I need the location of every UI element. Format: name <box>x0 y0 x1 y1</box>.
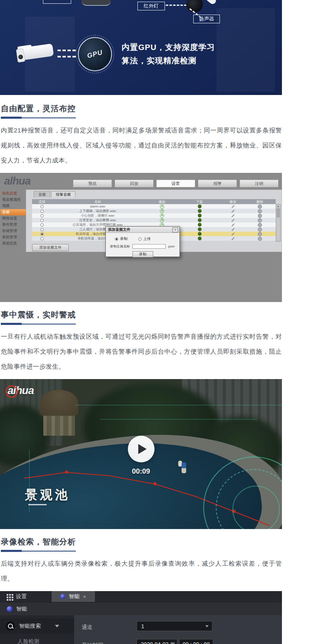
edit-icon[interactable] <box>231 223 234 227</box>
play-icon[interactable] <box>160 205 164 209</box>
row-radio[interactable] <box>40 205 44 208</box>
gpu-chip-badge: GPU <box>76 35 114 73</box>
delete-icon[interactable] <box>258 223 262 227</box>
record-submit-button[interactable]: 录制 <box>132 251 153 257</box>
nav-alarm-button[interactable]: 报警 <box>198 180 237 187</box>
table-scrollbar[interactable]: ▲ <box>276 204 281 242</box>
row-radio-selected[interactable] <box>40 232 44 236</box>
scrollbar-thumb[interactable] <box>277 208 280 217</box>
format-suffix: pcm <box>168 245 174 248</box>
tab-alarm-audio[interactable]: 报警音频 <box>51 191 75 197</box>
col-name: 名称 <box>52 200 143 204</box>
nav-setup-button[interactable]: 设置 <box>156 180 195 187</box>
section-flexible-config: 自由配置，灵活布控 内置21种报警语音，还可自定义语音，同时满足多场景警戒语音需… <box>0 103 282 168</box>
table-row[interactable]: 小心台阶，请慢行.wav <box>32 213 276 218</box>
download-icon[interactable] <box>198 209 202 213</box>
start-time-input[interactable]: 00 : 00 : 00 <box>179 639 213 644</box>
row-radio[interactable] <box>40 228 44 231</box>
demo-video-player[interactable]: alhua 00:09 景观池 <box>0 379 282 529</box>
col-select: 选择 <box>32 200 52 204</box>
sidebar-item-system[interactable]: 系统管理 <box>2 234 26 240</box>
download-icon[interactable] <box>198 237 202 240</box>
row-radio[interactable] <box>40 223 44 227</box>
add-audio-file-button[interactable]: 添加音频文件 <box>32 244 69 251</box>
delete-icon[interactable] <box>258 218 262 222</box>
search-icon <box>6 622 15 631</box>
nav-playback-button[interactable]: 回放 <box>115 180 154 187</box>
sidebar-item-event[interactable]: 事件管理 <box>2 222 26 228</box>
section-heading: 录像检索，智能分析 <box>1 537 282 547</box>
sidebar-item-video[interactable]: 视频 <box>2 203 26 209</box>
download-icon[interactable] <box>198 205 202 208</box>
sidebar-item-network[interactable]: 网络设置 <box>2 215 26 222</box>
start-date-input[interactable]: 2020-04-02 ▦ <box>137 639 177 644</box>
channel-value: 1 <box>141 623 144 629</box>
delete-icon[interactable] <box>258 209 262 213</box>
dialog-title: 添加音频文件 × <box>106 227 179 233</box>
delete-icon[interactable] <box>258 214 262 218</box>
edit-icon[interactable] <box>231 214 234 217</box>
config-nav: 预览 回放 设置 报警 注销 <box>73 180 279 187</box>
delete-icon[interactable] <box>258 232 262 236</box>
audio-file-name: 注意安全，请勿攀爬.wav <box>52 218 143 222</box>
download-icon[interactable] <box>198 223 202 227</box>
sidebar-item-sysinfo[interactable]: 系统信息 <box>2 240 26 247</box>
download-icon[interactable] <box>198 214 202 217</box>
tab-smart-active[interactable]: 智能 × <box>52 591 95 602</box>
delete-icon[interactable] <box>258 205 262 209</box>
sidebar-item-av-props[interactable]: 视音频属性 <box>2 197 26 203</box>
delete-icon[interactable] <box>258 227 262 232</box>
edit-icon[interactable] <box>231 205 234 208</box>
web-config-screenshot: alhua 预览 回放 设置 报警 注销 相机设置 视音频属性 视频 音频 网络… <box>0 173 282 302</box>
download-icon[interactable] <box>198 227 202 231</box>
edit-icon[interactable] <box>231 237 234 240</box>
play-button[interactable] <box>128 436 155 462</box>
upload-radio[interactable] <box>138 237 142 241</box>
partial-camera-photo <box>82 0 111 6</box>
add-audio-dialog: 添加音频文件 × 录制 上传 录制音频名称 pcm 录制 <box>105 226 180 257</box>
table-row[interactable]: 上下楼梯，请勿拥挤.wav <box>32 209 276 213</box>
upload-option[interactable]: 上传 <box>138 236 151 242</box>
record-name-input[interactable] <box>132 244 166 249</box>
banner-headline: 内置GPU，支持深度学习 算法，实现精准检测 <box>122 41 215 67</box>
smart-sphere-icon <box>7 606 12 612</box>
nvr-smart-search-screenshot: 设置 智能 × 智能 智能搜索 人脸检测 人脸识别 通道 <box>0 591 282 644</box>
nav-preview-button[interactable]: 预览 <box>73 180 112 187</box>
close-tab-icon[interactable]: × <box>83 594 86 600</box>
edit-icon[interactable] <box>231 210 234 213</box>
tab-settings[interactable]: 设置 <box>16 593 27 600</box>
download-icon[interactable] <box>198 232 202 236</box>
nav-logout-button[interactable]: 注销 <box>239 180 279 187</box>
row-radio[interactable] <box>40 214 44 217</box>
tab-audio[interactable]: 音频 <box>34 191 50 197</box>
apps-grid-icon[interactable] <box>7 594 8 596</box>
row-radio[interactable] <box>40 237 44 240</box>
edit-icon[interactable] <box>231 228 234 231</box>
sidebar-item-storage[interactable]: 存储管理 <box>2 228 26 234</box>
speaker-callout: 扬声器 <box>193 15 220 23</box>
hud-line <box>75 405 282 405</box>
edit-icon[interactable] <box>231 219 234 222</box>
table-row[interactable]: alarm.wav <box>32 204 276 209</box>
sidebar-item-camera[interactable]: 相机设置 <box>2 190 26 197</box>
record-radio[interactable] <box>115 237 118 241</box>
record-option[interactable]: 录制 <box>115 236 127 242</box>
sidebar-item-smart-search[interactable]: 智能搜索 <box>0 619 74 634</box>
section-heading: 自由配置，灵活布控 <box>1 103 282 114</box>
row-radio[interactable] <box>40 210 44 213</box>
play-icon[interactable] <box>160 209 164 213</box>
channel-select[interactable]: 1 <box>137 621 212 631</box>
play-icon[interactable] <box>160 214 164 218</box>
row-radio[interactable] <box>40 219 44 222</box>
delete-icon[interactable] <box>258 237 262 241</box>
play-icon[interactable] <box>160 218 164 222</box>
calendar-icon[interactable]: ▦ <box>170 642 175 644</box>
channel-label: 通道 <box>82 624 92 631</box>
table-row[interactable]: 注意安全，请勿攀爬.wav <box>32 218 276 222</box>
sidebar-item-face-detection[interactable]: 人脸检测 <box>0 634 74 644</box>
gpu-chip-label: GPU <box>87 49 104 60</box>
sidebar-item-audio[interactable]: 音频 <box>0 209 28 215</box>
close-icon[interactable]: × <box>172 227 178 232</box>
download-icon[interactable] <box>198 218 202 222</box>
edit-icon[interactable] <box>231 232 234 236</box>
